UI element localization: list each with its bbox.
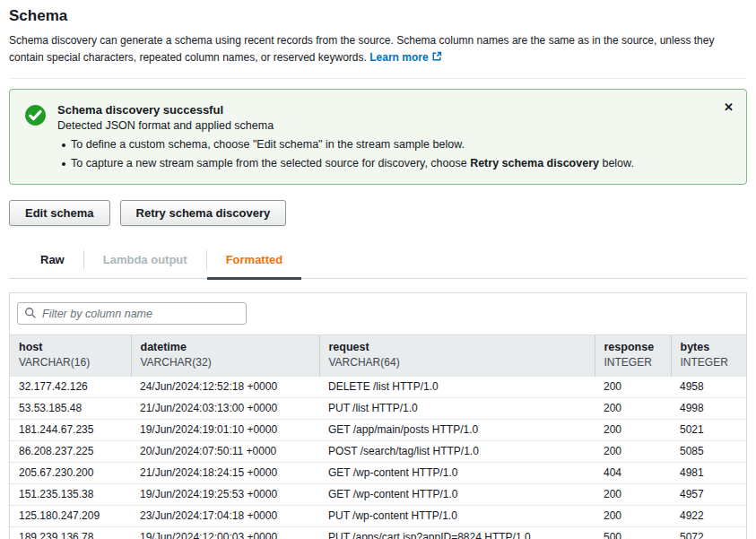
learn-more-link[interactable]: Learn more	[369, 51, 428, 64]
schema-table-panel: hostVARCHAR(16) datetimeVARCHAR(32) requ…	[9, 292, 747, 539]
cell-response: 200	[595, 420, 671, 441]
table-row: 151.235.135.3819/Jun/2024:19:25:53 +0000…	[10, 484, 746, 506]
cell-request: GET /wp-content HTTP/1.0	[319, 484, 595, 506]
bullet-1-text: To define a custom schema, choose "Edit …	[71, 138, 465, 151]
cell-response: 200	[595, 398, 671, 420]
cell-host: 32.177.42.126	[10, 377, 131, 398]
filter-box	[17, 302, 247, 325]
filter-by-column-name-input[interactable]	[17, 302, 247, 325]
banner-title: Schema discovery successful	[57, 103, 634, 117]
edit-schema-button[interactable]: Edit schema	[9, 200, 110, 226]
cell-response: 200	[595, 441, 671, 463]
column-header-host: hostVARCHAR(16)	[10, 335, 131, 377]
cell-host: 53.53.185.48	[10, 398, 131, 420]
cell-datetime: 19/Jun/2024:19:01:10 +0000	[131, 420, 319, 441]
success-banner: Schema discovery successful Detected JSO…	[9, 89, 747, 185]
banner-subtitle: Detected JSON format and applied schema	[57, 119, 634, 132]
schema-page: Schema Schema discovery can generate a s…	[0, 0, 756, 539]
table-row: 205.67.230.20021/Jun/2024:18:24:15 +0000…	[10, 463, 746, 484]
cell-host: 205.67.230.200	[10, 463, 131, 484]
cell-request: POST /search/tag/list HTTP/1.0	[319, 441, 595, 463]
cell-response: 200	[595, 506, 671, 527]
cell-bytes: 5085	[671, 441, 746, 463]
cell-request: PUT /list HTTP/1.0	[319, 398, 595, 420]
cell-datetime: 21/Jun/2024:03:13:00 +0000	[131, 398, 319, 420]
cell-request: DELETE /list HTTP/1.0	[319, 377, 595, 398]
cell-bytes: 4922	[671, 506, 746, 527]
cell-host: 181.244.67.235	[10, 420, 131, 441]
cell-request: PUT /wp-content HTTP/1.0	[319, 506, 595, 527]
cell-datetime: 20/Jun/2024:07:50:11 +0000	[131, 441, 319, 463]
external-link-icon	[431, 50, 442, 67]
cell-host: 151.235.135.38	[10, 484, 131, 506]
cell-bytes: 4981	[671, 463, 746, 484]
action-buttons: Edit schema Retry schema discovery	[9, 200, 747, 226]
cell-request: GET /wp-content HTTP/1.0	[319, 463, 595, 484]
tab-raw[interactable]: Raw	[22, 244, 83, 278]
tab-lambda-output: Lambda output	[84, 244, 206, 278]
success-check-icon	[24, 104, 47, 130]
cell-datetime: 24/Jun/2024:12:52:18 +0000	[131, 377, 319, 398]
schema-table: hostVARCHAR(16) datetimeVARCHAR(32) requ…	[10, 335, 746, 539]
cell-response: 500	[595, 527, 671, 539]
cell-request: GET /app/main/posts HTTP/1.0	[319, 420, 595, 441]
close-icon[interactable]: ✕	[724, 101, 734, 113]
cell-datetime: 19/Jun/2024:19:25:53 +0000	[131, 484, 319, 506]
cell-host: 86.208.237.225	[10, 441, 131, 463]
description-text: Schema discovery can generate a schema u…	[9, 34, 714, 64]
page-description: Schema discovery can generate a schema u…	[9, 32, 746, 66]
table-row: 189.239.136.7819/Jun/2024:12:00:03 +0000…	[10, 527, 746, 539]
cell-datetime: 19/Jun/2024:12:00:03 +0000	[131, 527, 319, 539]
banner-bullet-list: To define a custom schema, choose "Edit …	[57, 138, 634, 170]
column-header-request: requestVARCHAR(64)	[319, 335, 595, 377]
bullet-2-bold: Retry schema discovery	[470, 157, 599, 170]
cell-bytes: 4958	[671, 377, 746, 398]
column-header-bytes: bytesINTEGER	[671, 335, 746, 377]
banner-bullet-2: To capture a new stream sample from the …	[57, 157, 634, 170]
cell-datetime: 23/Jun/2024:17:04:18 +0000	[131, 506, 319, 527]
tab-formatted[interactable]: Formatted	[207, 244, 302, 278]
table-row: 125.180.247.20923/Jun/2024:17:04:18 +000…	[10, 506, 746, 527]
column-header-datetime: datetimeVARCHAR(32)	[131, 335, 319, 377]
table-body: 32.177.42.12624/Jun/2024:12:52:18 +0000D…	[10, 377, 746, 539]
table-row: 181.244.67.23519/Jun/2024:19:01:10 +0000…	[10, 420, 746, 441]
page-title: Schema	[9, 7, 747, 25]
filter-bar	[10, 293, 746, 335]
cell-bytes: 5072	[671, 527, 746, 539]
cell-request: PUT /apps/cart.jsp?appID=8824 HTTP/1.0	[319, 527, 595, 539]
bullet-2-suffix: below.	[599, 157, 634, 170]
cell-bytes: 5021	[671, 420, 746, 441]
table-row: 32.177.42.12624/Jun/2024:12:52:18 +0000D…	[10, 377, 746, 398]
column-header-response: responseINTEGER	[595, 335, 671, 377]
cell-bytes: 4998	[671, 398, 746, 420]
cell-datetime: 21/Jun/2024:18:24:15 +0000	[131, 463, 319, 484]
table-row: 86.208.237.22520/Jun/2024:07:50:11 +0000…	[10, 441, 746, 463]
banner-bullet-1: To define a custom schema, choose "Edit …	[57, 138, 634, 151]
tab-bar: Raw Lambda output Formatted	[9, 244, 747, 279]
cell-response: 200	[595, 377, 671, 398]
cell-bytes: 4957	[671, 484, 746, 506]
banner-body: Schema discovery successful Detected JSO…	[57, 103, 634, 170]
cell-host: 125.180.247.209	[10, 506, 131, 527]
retry-schema-discovery-button[interactable]: Retry schema discovery	[120, 200, 287, 226]
bullet-2-prefix: To capture a new stream sample from the …	[71, 157, 470, 170]
table-header: hostVARCHAR(16) datetimeVARCHAR(32) requ…	[10, 335, 746, 377]
cell-host: 189.239.136.78	[10, 527, 131, 539]
cell-response: 200	[595, 484, 671, 506]
table-row: 53.53.185.4821/Jun/2024:03:13:00 +0000PU…	[10, 398, 746, 420]
cell-response: 404	[595, 463, 671, 484]
section-divider	[9, 78, 747, 79]
